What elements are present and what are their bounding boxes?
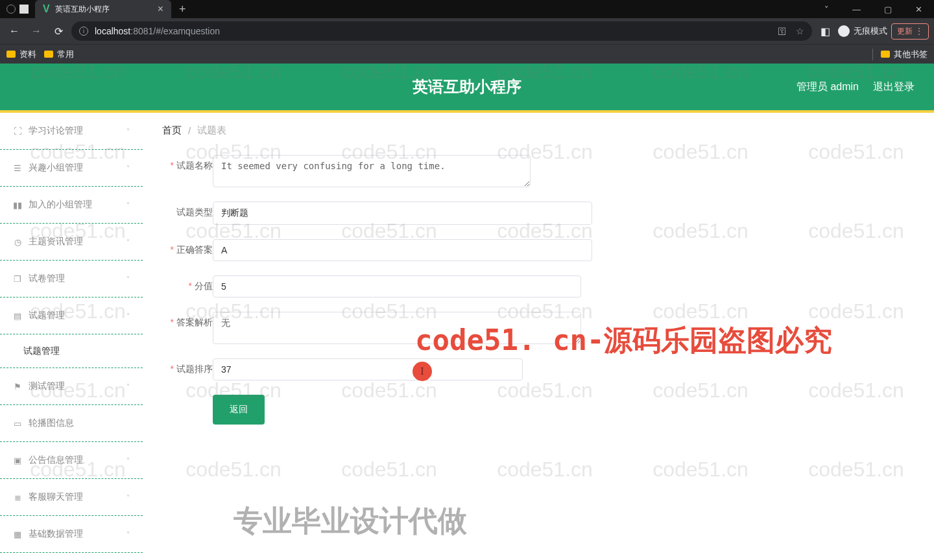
maximize-icon[interactable]: ▢ [872, 5, 904, 14]
browser-chrome: V 英语互助小程序 × + ˅ ― ▢ ✕ ← → ⟳ i localhost:… [0, 0, 934, 64]
sidebar-item-basedata[interactable]: ▦基础数据管理˅ [0, 516, 143, 553]
breadcrumb-sep: / [188, 125, 191, 136]
list-icon: ☰ [13, 163, 22, 172]
chevron-down-icon: ˅ [126, 275, 130, 283]
close-window-icon[interactable]: ✕ [904, 5, 934, 14]
input-order[interactable] [213, 358, 523, 380]
bookmark-changyong[interactable]: 常用 [44, 49, 74, 60]
active-tab[interactable]: V 英语互助小程序 × [35, 0, 171, 18]
sidebar-item-joined-group[interactable]: ▮▮加入的小组管理˅ [0, 187, 143, 224]
label-question-name: *试题名称 [162, 155, 213, 172]
star-icon[interactable]: ☆ [796, 26, 804, 36]
forward-button[interactable]: → [27, 25, 45, 37]
sidebar-item-question[interactable]: ▤试题管理˄ [0, 298, 143, 334]
sidebar-item-chat[interactable]: ≣客服聊天管理˅ [0, 479, 143, 516]
site-info-icon[interactable]: i [79, 27, 88, 36]
input-score[interactable] [213, 275, 581, 298]
cursor-indicator: I [413, 362, 432, 381]
blank-tab-icon[interactable] [19, 5, 29, 14]
sidebar-sub-question-manage[interactable]: 试题管理 [0, 334, 143, 368]
label-score: *分值 [162, 275, 213, 292]
breadcrumb: 首页 / 试题表 [162, 124, 915, 137]
back-button[interactable]: ← [5, 25, 23, 37]
input-question-name[interactable]: It seemed very confusing for a long time… [213, 155, 531, 187]
flag-icon: ⚑ [13, 382, 22, 391]
folder-icon [881, 51, 890, 58]
update-button[interactable]: 更新⋮ [891, 23, 929, 40]
app-viewport: code51.cncode51.cncode51.cncode51.cncode… [0, 64, 934, 560]
main-content: 首页 / 试题表 *试题名称 It seemed very confusing … [143, 113, 934, 560]
close-icon[interactable]: × [158, 3, 163, 15]
image-icon: ▭ [13, 419, 22, 428]
label-analysis: *答案解析 [162, 312, 213, 329]
globe-icon[interactable] [6, 5, 16, 14]
breadcrumb-current: 试题表 [197, 124, 226, 137]
return-button[interactable]: 返回 [213, 395, 265, 425]
new-tab-button[interactable]: + [171, 3, 194, 16]
user-label[interactable]: 管理员 admin [796, 80, 859, 94]
folder-icon [44, 51, 53, 58]
sidebar-item-test[interactable]: ⚑测试管理˅ [0, 368, 143, 405]
label-question-type: 试题类型 [162, 202, 213, 218]
chevron-down-icon: ˅ [126, 531, 130, 538]
chevron-up-icon: ˄ [126, 312, 130, 320]
window-controls: ˅ ― ▢ ✕ [813, 5, 934, 14]
copy-icon: ❐ [13, 274, 22, 283]
chevron-down-icon: ˅ [126, 165, 130, 172]
url-input[interactable]: i localhost:8081/#/examquestion ⚿ ☆ [71, 21, 812, 41]
other-bookmarks[interactable]: 其他书签 [872, 49, 928, 60]
chevron-down-icon: ˅ [126, 383, 130, 390]
url-path: :8081/#/examquestion [130, 26, 220, 36]
reload-button[interactable]: ⟳ [49, 25, 67, 38]
app-title: 英语互助小程序 [413, 76, 521, 97]
app-header: 英语互助小程序 管理员 admin 退出登录 [0, 64, 934, 110]
vue-icon: V [43, 3, 50, 15]
sidebar-item-group[interactable]: ☰兴趣小组管理˅ [0, 150, 143, 187]
incognito-icon [838, 25, 850, 37]
chevron-down-icon[interactable]: ˅ [813, 5, 841, 14]
card-icon: ▣ [13, 456, 22, 465]
chevron-down-icon: ˅ [126, 457, 130, 464]
sidebar: ⛶学习讨论管理˅ ☰兴趣小组管理˅ ▮▮加入的小组管理˅ ◷主题资讯管理˅ ❐试… [0, 113, 143, 560]
url-host: localhost [95, 26, 130, 36]
input-correct-answer[interactable] [213, 239, 592, 261]
bar-icon: ▮▮ [13, 200, 22, 209]
logout-link[interactable]: 退出登录 [873, 80, 915, 94]
chevron-down-icon: ˅ [126, 494, 130, 501]
chevron-down-icon: ˅ [126, 128, 130, 135]
sidebar-item-topic[interactable]: ◷主题资讯管理˅ [0, 224, 143, 261]
bookmarks-bar: 资料 常用 其他书签 [0, 44, 934, 64]
address-bar: ← → ⟳ i localhost:8081/#/examquestion ⚿ … [0, 18, 934, 44]
chevron-down-icon: ˅ [126, 239, 130, 246]
sidebar-item-discussion[interactable]: ⛶学习讨论管理˅ [0, 113, 143, 150]
key-icon[interactable]: ⚿ [778, 26, 787, 36]
bookmark-ziliao[interactable]: 资料 [6, 49, 36, 60]
lines-icon: ≣ [13, 493, 22, 502]
sidebar-item-paper[interactable]: ❐试卷管理˅ [0, 261, 143, 298]
watermark-gray: 专业毕业设计代做 [234, 502, 467, 541]
select-question-type[interactable]: 判断题 [213, 202, 592, 225]
sys-tabs [0, 5, 35, 14]
label-correct-answer: *正确答案 [162, 239, 213, 256]
tab-bar: V 英语互助小程序 × + ˅ ― ▢ ✕ [0, 0, 934, 18]
doc-icon: ▤ [13, 311, 22, 320]
chevron-down-icon: ˅ [126, 202, 130, 209]
expand-icon: ⛶ [13, 126, 22, 135]
minimize-icon[interactable]: ― [841, 5, 872, 14]
breadcrumb-home[interactable]: 首页 [162, 124, 182, 137]
sidebar-item-carousel[interactable]: ▭轮播图信息 [0, 405, 143, 442]
sidebar-item-notice[interactable]: ▣公告信息管理˅ [0, 442, 143, 479]
folder-icon [6, 51, 16, 58]
tab-title: 英语互助小程序 [55, 4, 152, 15]
watermark-red: code51. cn-源码乐园盗图必究 [415, 321, 832, 360]
incognito-indicator[interactable]: 无痕模式 [838, 25, 887, 37]
grid-icon: ▦ [13, 530, 22, 539]
clock-icon: ◷ [13, 237, 22, 246]
extensions-icon[interactable]: ◧ [816, 25, 834, 38]
label-order: *试题排序 [162, 358, 213, 375]
